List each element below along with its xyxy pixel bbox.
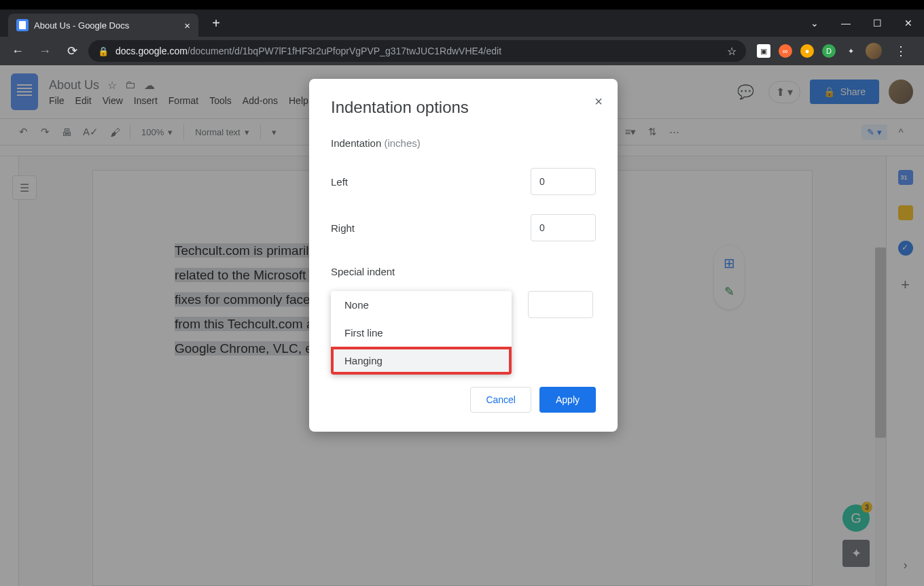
option-first-line[interactable]: First line [331,319,512,347]
special-indent-label: Special indent [331,266,596,277]
extension-icon[interactable]: ▣ [757,44,770,58]
browser-menu-icon[interactable]: ⋮ [890,40,912,62]
minimize-icon[interactable]: ― [830,10,861,37]
extension-icon[interactable]: ● [800,44,814,58]
reload-button[interactable]: ⟳ [61,40,83,62]
docs-favicon [16,19,29,31]
special-indent-value-input[interactable] [528,291,593,318]
left-indent-label: Left [331,176,348,188]
url-host: docs.google.com [116,46,188,56]
dialog-title: Indentation options [331,98,596,117]
close-window-icon[interactable]: ✕ [893,10,924,37]
bookmark-star-icon[interactable]: ☆ [727,45,736,58]
indentation-section-label: Indentation (inches) [331,137,596,149]
address-bar: ← → ⟳ 🔒 docs.google.com/document/d/1bqPW… [0,37,924,65]
indentation-options-dialog: Indentation options × Indentation (inche… [309,79,618,432]
url-path: /document/d/1bqPW7lF1fHF3r2uPfoprVgPVP_g… [188,46,501,56]
option-hanging[interactable]: Hanging [331,347,512,375]
right-indent-label: Right [331,222,355,234]
browser-tab[interactable]: About Us - Google Docs × [8,14,198,37]
tab-close-icon[interactable]: × [184,20,190,31]
profile-avatar[interactable] [866,43,882,59]
special-indent-dropdown[interactable]: None First line Hanging [331,291,512,375]
option-none[interactable]: None [331,291,512,319]
cancel-button[interactable]: Cancel [470,387,531,413]
close-dialog-icon[interactable]: × [594,94,603,109]
back-button[interactable]: ← [7,40,29,62]
left-indent-input[interactable] [531,168,596,195]
url-input[interactable]: 🔒 docs.google.com/document/d/1bqPW7lF1fH… [88,40,746,62]
extension-icon[interactable]: ∞ [779,44,792,58]
forward-button[interactable]: → [34,40,56,62]
apply-button[interactable]: Apply [539,387,596,413]
maximize-icon[interactable]: ☐ [861,10,893,37]
right-indent-input[interactable] [531,214,596,241]
tab-dropdown-icon[interactable]: ⌄ [799,10,830,37]
lock-icon: 🔒 [98,46,109,56]
new-tab-button[interactable]: + [207,14,226,33]
tab-bar: About Us - Google Docs × + ⌄ ― ☐ ✕ [0,10,924,37]
extension-icon[interactable]: D [822,44,836,58]
extensions-menu-icon[interactable]: ✦ [844,44,857,58]
tab-title: About Us - Google Docs [34,20,129,31]
